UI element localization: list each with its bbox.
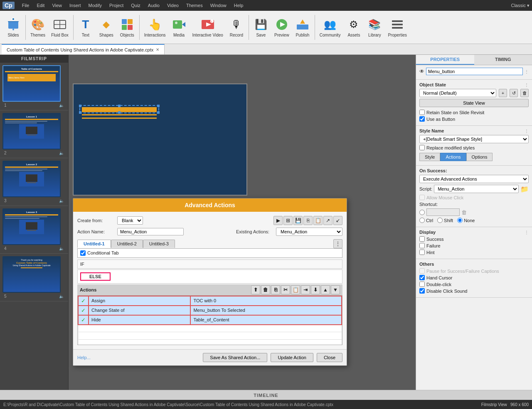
actions-scroll[interactable]: ✓ Assign TOC with 0 ✓ Change State of (77, 295, 342, 345)
menu-themes[interactable]: Themes (183, 2, 206, 9)
more-options-icon[interactable]: ⋮ (333, 239, 342, 248)
state-view-btn[interactable]: State View (419, 99, 529, 107)
toolbar-assets[interactable]: ⚙ Assets (344, 16, 364, 38)
menu-video[interactable]: Video (164, 2, 182, 9)
menu-edit[interactable]: Edit (33, 2, 48, 9)
toolbar-record[interactable]: 🎙 Record (227, 16, 246, 38)
cut-action-icon[interactable]: ✂ (281, 285, 290, 294)
paste-action-icon[interactable]: 📋 (313, 216, 323, 225)
slide-thumb-2[interactable]: Lesson 1 (2, 113, 61, 149)
toolbar-properties-btn[interactable]: Properties (385, 16, 409, 38)
object-name-input[interactable] (426, 68, 523, 75)
slide-canvas[interactable] (73, 83, 247, 196)
toolbar-publish[interactable]: Publish (293, 16, 313, 38)
import-icon[interactable]: ↙ (333, 216, 342, 225)
filmstrip-slide-3[interactable]: Lesson 2 3 🔈 (0, 158, 68, 206)
delete-state-btn[interactable]: 🗑 (520, 89, 529, 97)
shortcut-input[interactable] (426, 208, 460, 216)
style-select[interactable]: +[Default Smart Shape Style] (419, 135, 529, 143)
toolbar-interactive-video[interactable]: ! Interactive Video (190, 16, 226, 38)
state-select[interactable]: Normal (Default) (419, 89, 496, 97)
table-row[interactable]: ✓ Assign TOC with 0 (78, 296, 342, 306)
toolbar-objects[interactable]: Objects (117, 16, 137, 38)
hint-checkbox[interactable] (419, 250, 425, 255)
replace-modified-checkbox[interactable] (419, 145, 425, 150)
play-icon[interactable]: ▶ (273, 216, 283, 225)
slide-thumb-3[interactable]: Lesson 2 (2, 161, 61, 197)
update-action-button[interactable]: Update Action (271, 353, 313, 362)
inner-tab-2[interactable]: Untitled-2 (111, 240, 143, 248)
inner-tab-3[interactable]: Untitled-3 (143, 240, 175, 248)
menu-quiz[interactable]: Quiz (128, 2, 144, 9)
toolbar-slides[interactable]: Slides (3, 16, 23, 38)
none-radio[interactable]: None (457, 218, 475, 223)
indent-icon[interactable]: ⇥ (301, 285, 310, 294)
toolbar-shapes[interactable]: ◆ Shapes (96, 16, 116, 38)
display-menu-icon[interactable]: ⋮ (525, 230, 529, 235)
toolbar-interactions[interactable]: 👆 Interactions (142, 16, 168, 38)
filmstrip-slide-2[interactable]: Lesson 1 2 🔈 (0, 110, 68, 158)
toolbar-preview[interactable]: Preview (272, 16, 292, 38)
menu-modify[interactable]: Modify (85, 2, 105, 9)
move-up-icon[interactable]: ⬆ (251, 285, 260, 294)
menu-insert[interactable]: Insert (66, 2, 84, 9)
inner-tab-1[interactable]: Untitled-1 (77, 240, 111, 248)
props-tab-properties[interactable]: PROPERTIES (416, 55, 474, 65)
add-state-btn[interactable]: + (499, 89, 507, 97)
scroll-down-icon[interactable]: ▼ (331, 285, 340, 294)
toolbar-fluidbox[interactable]: Fluid Box (49, 16, 71, 38)
shortcut-trash-icon[interactable]: 🗑 (461, 209, 467, 216)
table-row[interactable]: ✓ Change State of Menu_button To Selecte… (78, 306, 342, 315)
options-tab[interactable]: Options (466, 153, 493, 161)
failure-checkbox[interactable] (419, 243, 425, 248)
toolbar-themes[interactable]: 🎨 Themes (28, 16, 48, 38)
disable-click-sound-checkbox[interactable] (419, 288, 425, 294)
action-name-input[interactable] (117, 228, 184, 235)
script-select[interactable]: Menu_Action (434, 185, 519, 193)
conditional-tab-checkbox[interactable] (80, 250, 86, 256)
props-tab-timing[interactable]: TIMING (474, 55, 532, 65)
slide-thumb-4[interactable]: Lesson 3 (2, 208, 61, 245)
save-action-icon[interactable]: 💾 (293, 216, 303, 225)
actions-tab[interactable]: Actions (440, 153, 466, 161)
use-as-button-checkbox[interactable] (419, 116, 425, 122)
main-tab[interactable]: Custom Table of Contents Using Shared Ac… (2, 44, 165, 54)
menu-help[interactable]: Help (231, 2, 247, 9)
toolbar-community[interactable]: 👥 Community (317, 16, 343, 38)
slide-thumb-5[interactable]: Thank you for watching Custom Table of C… (2, 256, 61, 293)
state-add-icon[interactable]: ⋮ (525, 83, 529, 87)
shortcut-radio[interactable] (419, 210, 425, 215)
double-click-checkbox[interactable] (419, 282, 425, 287)
menu-file[interactable]: File (19, 2, 33, 9)
style-menu-icon[interactable]: ⋮ (525, 129, 529, 133)
toolbar-text[interactable]: T Text (76, 16, 96, 38)
toolbar-save[interactable]: 💾 Save (251, 16, 271, 38)
folder-icon[interactable]: 📁 (520, 185, 529, 193)
close-button[interactable]: Close (317, 353, 342, 362)
add-row-icon[interactable]: ⊞ (283, 216, 293, 225)
menu-view[interactable]: View (49, 2, 65, 9)
copy-action-btn[interactable]: ⎘ (271, 285, 280, 294)
style-tab[interactable]: Style (419, 153, 440, 161)
section-menu-icon[interactable]: ⋮ (525, 69, 529, 74)
toolbar-media[interactable]: Media (169, 16, 189, 38)
menu-audio[interactable]: Audio (145, 2, 163, 9)
scroll-up-icon[interactable]: ▲ (321, 285, 330, 294)
success-checkbox[interactable] (419, 236, 425, 242)
shift-radio[interactable]: Shift (437, 218, 453, 223)
menu-window[interactable]: Window (207, 2, 230, 9)
filmstrip-slide-5[interactable]: Thank you for watching Custom Table of C… (0, 254, 68, 301)
toolbar-library[interactable]: 📚 Library (365, 16, 384, 38)
filmstrip-slide-4[interactable]: Lesson 3 4 🔈 (0, 206, 68, 254)
ctrl-radio[interactable]: Ctrl (419, 218, 433, 223)
filmstrip-slide-1[interactable]: Table of Contents Menu Items Here 1 🔈 (0, 63, 68, 110)
export-icon[interactable]: ↗ (323, 216, 332, 225)
canvas-area[interactable]: Advanced Actions Create from: Blank ▶ ⊞ … (69, 55, 416, 390)
existing-actions-select[interactable]: Menu_Action (276, 228, 342, 236)
menu-project[interactable]: Project (106, 2, 127, 9)
create-from-select[interactable]: Blank (117, 216, 143, 225)
help-link[interactable]: Help... (77, 355, 91, 360)
move-down-icon[interactable]: ⬇ (311, 285, 320, 294)
delete-action-icon[interactable]: 🗑 (261, 285, 270, 294)
slide-thumb-1[interactable]: Table of Contents Menu Items Here (2, 65, 61, 102)
